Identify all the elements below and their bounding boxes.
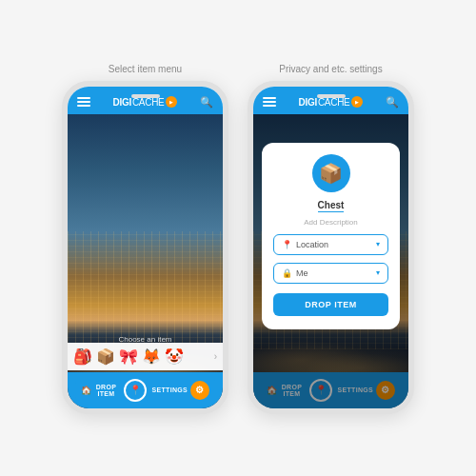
drop-icon: 🏠 [81, 386, 91, 395]
item-fox[interactable]: 🦊 [142, 347, 161, 366]
modal-overlay: 📦 Chest Add Description 📍 Location ▾ [253, 114, 408, 408]
phone1-bg: Choose an item 🎒 📦 🎀 🦊 🤡 › 🏠 DROP ITEM [68, 114, 223, 408]
item-bag[interactable]: 🎒 [73, 347, 92, 366]
privacy-dropdown[interactable]: 🔒 Me ▾ [273, 263, 388, 284]
search-icon[interactable]: 🔍 [200, 96, 213, 109]
phone2-app-logo: DIGI CACHE [299, 96, 364, 108]
phone2-bg: 📦 Chest Add Description 📍 Location ▾ [253, 114, 408, 408]
drop-item-button[interactable]: 🏠 DROP ITEM [75, 380, 124, 401]
phone1-footer: 🏠 DROP ITEM 📍 SETTINGS ⚙ [68, 372, 223, 408]
item-chest[interactable]: 📦 [96, 347, 115, 366]
phone2-header: DIGI CACHE 🔍 [253, 87, 408, 114]
modal-add-description[interactable]: Add Description [304, 218, 357, 227]
settings-gear-icon: ⚙ [190, 381, 209, 400]
phone2-hamburger-icon[interactable] [263, 97, 276, 107]
phone2-logo-icon [351, 96, 363, 108]
phone2-logo-digi: DIGI [299, 97, 317, 108]
phone2-logo-cache: CACHE [318, 97, 350, 108]
location-chevron-icon: ▾ [376, 240, 380, 248]
modal-card: 📦 Chest Add Description 📍 Location ▾ [262, 143, 400, 329]
modal-item-emoji: 📦 [319, 162, 343, 185]
modal-title: Chest [318, 200, 345, 210]
logo-digi: DIGI [113, 97, 131, 108]
phone1-label: Select item menu [109, 63, 182, 75]
location-dropdown[interactable]: 📍 Location ▾ [273, 234, 388, 255]
item-tray: 🎒 📦 🎀 🦊 🤡 › [68, 343, 223, 370]
item-clown[interactable]: 🤡 [165, 347, 184, 366]
phone1-header: DIGI CACHE 🔍 [68, 87, 223, 114]
location-center-icon[interactable]: 📍 [124, 379, 147, 402]
city-grid [68, 231, 223, 349]
location-dropdown-label: Location [296, 240, 328, 249]
tray-arrow-icon: › [214, 351, 217, 362]
modal-avatar: 📦 [312, 154, 350, 192]
privacy-chevron-icon: ▾ [376, 268, 380, 277]
privacy-dropdown-label: Me [296, 268, 308, 278]
modal-drop-item-button[interactable]: DROP ITEM [273, 293, 388, 316]
item-gift[interactable]: 🎀 [119, 347, 138, 366]
lock-icon: 🔒 [282, 268, 292, 278]
settings-button[interactable]: SETTINGS ⚙ [147, 377, 215, 404]
logo-cache: CACHE [132, 97, 165, 108]
app-logo: DIGI CACHE [113, 96, 178, 108]
phone2: DIGI CACHE 🔍 📦 [248, 81, 414, 414]
phone2-search-icon[interactable]: 🔍 [386, 96, 399, 109]
phone1-section: Select item menu DIGI CACHE 🔍 [62, 63, 228, 414]
hamburger-icon[interactable] [77, 97, 90, 107]
phone2-label: Privacy and etc. settings [279, 63, 382, 75]
privacy-dropdown-left: 🔒 Me [282, 268, 308, 278]
phone1: DIGI CACHE 🔍 Choose an item 🎒 📦 🎀 [62, 81, 228, 414]
logo-icon [166, 96, 177, 108]
phone2-section: Privacy and etc. settings DIGI CACHE 🔍 [248, 63, 414, 414]
page-container: Select item menu DIGI CACHE 🔍 [48, 53, 428, 424]
location-pin-icon: 📍 [282, 240, 292, 249]
location-dropdown-left: 📍 Location [282, 240, 328, 249]
